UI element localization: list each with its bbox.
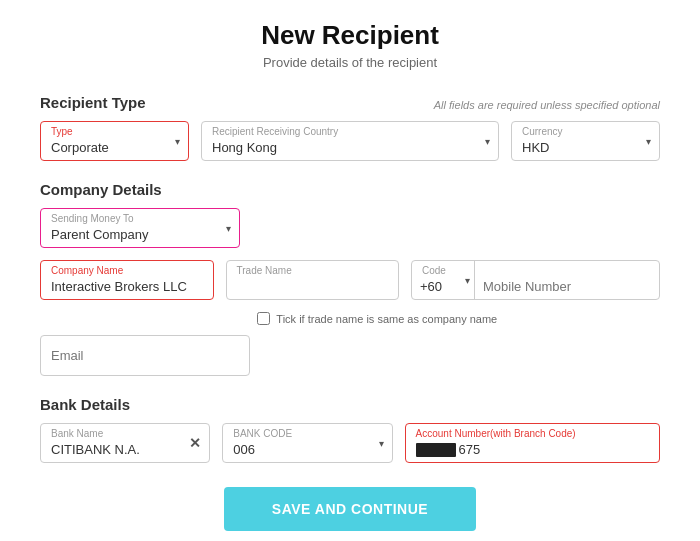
sending-money-row: Sending Money To Parent Company ▾ bbox=[40, 208, 660, 248]
type-select[interactable]: Corporate bbox=[41, 122, 188, 160]
account-number-field-group: Account Number(with Branch Code) 675 bbox=[405, 423, 660, 463]
bank-name-field-group: Bank Name ✕ bbox=[40, 423, 210, 463]
save-button-wrapper: SAVE AND CONTINUE bbox=[40, 487, 660, 531]
account-number-wrapper: Account Number(with Branch Code) 675 bbox=[405, 423, 660, 463]
bank-details-section: Bank Details Bank Name ✕ BANK CODE 006 ▾ bbox=[40, 396, 660, 463]
sending-field-group: Sending Money To Parent Company ▾ bbox=[40, 208, 240, 248]
bank-code-wrapper: BANK CODE 006 ▾ bbox=[222, 423, 392, 463]
mobile-input[interactable] bbox=[475, 261, 659, 299]
account-number-suffix: 675 bbox=[459, 442, 481, 457]
email-field-group bbox=[40, 335, 250, 376]
bank-name-clear-button[interactable]: ✕ bbox=[189, 436, 201, 450]
optional-note: All fields are required unless specified… bbox=[434, 99, 660, 111]
company-details-header: Company Details bbox=[40, 181, 660, 198]
company-name-row: Company Name Trade Name Code +60 ▾ bbox=[40, 260, 660, 300]
email-row bbox=[40, 335, 660, 376]
code-mobile-inner: +60 ▾ bbox=[412, 261, 659, 299]
currency-select[interactable]: HKD bbox=[512, 122, 659, 160]
checkbox-row: Tick if trade name is same as company na… bbox=[44, 312, 660, 325]
trade-name-checkbox[interactable] bbox=[257, 312, 270, 325]
company-name-input[interactable] bbox=[41, 261, 213, 299]
currency-field-group: Currency HKD ▾ bbox=[511, 121, 660, 161]
country-wrapper: Recipient Receiving Country Hong Kong ▾ bbox=[201, 121, 499, 161]
bank-name-input[interactable] bbox=[41, 424, 209, 462]
bank-details-header: Bank Details bbox=[40, 396, 660, 413]
company-name-field-group: Company Name bbox=[40, 260, 214, 300]
code-mobile-field-group: Code +60 ▾ bbox=[411, 260, 660, 300]
type-wrapper: Type Corporate ▾ bbox=[40, 121, 189, 161]
recipient-type-header: Recipient Type All fields are required u… bbox=[40, 94, 660, 111]
account-redacted-block bbox=[416, 443, 456, 457]
company-name-wrapper: Company Name bbox=[40, 260, 214, 300]
bank-details-title: Bank Details bbox=[40, 396, 130, 413]
email-input[interactable] bbox=[41, 336, 249, 375]
page-subtitle: Provide details of the recipient bbox=[40, 55, 660, 70]
recipient-type-title: Recipient Type bbox=[40, 94, 146, 111]
account-number-display: 675 bbox=[406, 424, 659, 462]
sending-select[interactable]: Parent Company bbox=[41, 209, 239, 247]
bank-details-row: Bank Name ✕ BANK CODE 006 ▾ Account Numb… bbox=[40, 423, 660, 463]
trade-name-wrapper: Trade Name bbox=[226, 260, 400, 300]
country-field-group: Recipient Receiving Country Hong Kong ▾ bbox=[201, 121, 499, 161]
company-details-title: Company Details bbox=[40, 181, 162, 198]
email-wrapper bbox=[40, 335, 250, 376]
country-select[interactable]: Hong Kong bbox=[202, 122, 498, 160]
page-header: New Recipient Provide details of the rec… bbox=[40, 20, 660, 70]
checkbox-group: Tick if trade name is same as company na… bbox=[257, 312, 660, 325]
sending-wrapper: Sending Money To Parent Company ▾ bbox=[40, 208, 240, 248]
trade-name-input[interactable] bbox=[227, 261, 399, 299]
bank-code-field-group: BANK CODE 006 ▾ bbox=[222, 423, 392, 463]
bank-name-wrapper: Bank Name ✕ bbox=[40, 423, 210, 463]
type-field-group: Type Corporate ▾ bbox=[40, 121, 189, 161]
code-mobile-wrapper: Code +60 ▾ bbox=[411, 260, 660, 300]
company-details-section: Company Details Sending Money To Parent … bbox=[40, 181, 660, 376]
page-title: New Recipient bbox=[40, 20, 660, 51]
currency-wrapper: Currency HKD ▾ bbox=[511, 121, 660, 161]
save-and-continue-button[interactable]: SAVE AND CONTINUE bbox=[224, 487, 476, 531]
trade-name-field-group: Trade Name bbox=[226, 260, 400, 300]
code-select-group: +60 ▾ bbox=[412, 261, 475, 299]
bank-code-select[interactable]: 006 bbox=[223, 424, 391, 462]
recipient-type-row: Type Corporate ▾ Recipient Receiving Cou… bbox=[40, 121, 660, 161]
recipient-type-section: Recipient Type All fields are required u… bbox=[40, 94, 660, 161]
code-select[interactable]: +60 bbox=[412, 261, 474, 299]
checkbox-label: Tick if trade name is same as company na… bbox=[276, 313, 497, 325]
